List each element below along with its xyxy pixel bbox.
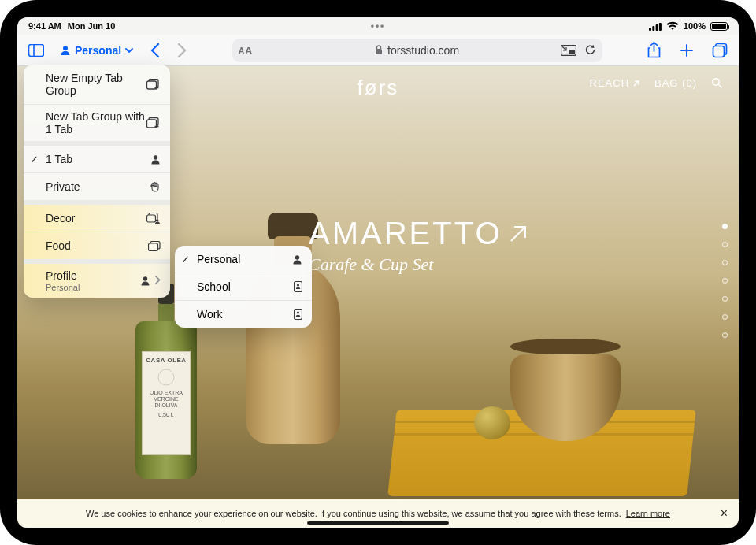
profile-option-label: School xyxy=(197,280,231,293)
profile-option-work[interactable]: Work xyxy=(175,301,312,328)
url-text: forsstudio.com xyxy=(387,44,459,57)
menu-new-empty-group[interactable]: New Empty Tab Group xyxy=(24,65,170,104)
lock-icon xyxy=(375,45,383,55)
bag-link[interactable]: BAG (0) xyxy=(654,77,697,89)
new-group-icon xyxy=(146,79,161,91)
svg-rect-23 xyxy=(147,215,156,222)
person-icon xyxy=(150,154,161,165)
hero-heading: AMARETTO xyxy=(309,216,502,251)
battery-icon xyxy=(710,22,728,31)
cell-signal-icon xyxy=(649,22,662,31)
menu-label: Profile xyxy=(46,269,77,282)
person-icon xyxy=(292,254,302,265)
svg-text:A: A xyxy=(239,46,244,55)
battery-percent: 100% xyxy=(684,21,706,31)
slide-dot-4[interactable] xyxy=(722,278,728,284)
svg-rect-4 xyxy=(29,44,44,56)
bottle-label: CASA OLEA OLIO EXTRA VERGINE DI OLIVA 0,… xyxy=(142,351,191,455)
status-bar: 9:41 AM Mon Jun 10 ••• 100% xyxy=(17,17,739,35)
tab-groups-menu: New Empty Tab Group New Tab Group with 1… xyxy=(24,65,170,298)
svg-rect-9 xyxy=(376,49,382,54)
page-settings-icon[interactable]: AA xyxy=(239,39,254,62)
cookie-text: We use cookies to enhance your experienc… xyxy=(86,509,621,518)
cookie-learn-more-link[interactable]: Learn more xyxy=(626,509,670,518)
slide-dot-6[interactable] xyxy=(722,314,728,320)
person-icon xyxy=(60,45,71,56)
slide-indicators[interactable] xyxy=(722,224,728,338)
share-button[interactable] xyxy=(643,39,665,61)
site-logo[interactable]: førs xyxy=(358,76,399,100)
reload-icon[interactable] xyxy=(584,44,596,56)
menu-private[interactable]: Private xyxy=(24,173,170,200)
svg-point-27 xyxy=(143,276,147,280)
browser-toolbar: Personal AA forsstudio.com xyxy=(17,35,739,66)
slide-dot-1[interactable] xyxy=(722,224,728,229)
svg-rect-31 xyxy=(295,310,302,320)
chevron-down-icon xyxy=(125,46,133,54)
status-time: 9:41 AM xyxy=(28,21,61,31)
badge-icon xyxy=(294,281,302,292)
svg-rect-2 xyxy=(655,24,658,31)
menu-label: 1 Tab xyxy=(46,153,72,165)
svg-rect-11 xyxy=(569,50,575,54)
svg-rect-29 xyxy=(295,282,302,292)
svg-rect-13 xyxy=(713,46,724,57)
svg-point-32 xyxy=(297,311,299,313)
svg-line-16 xyxy=(719,85,722,88)
status-date: Mon Jun 10 xyxy=(68,21,116,31)
profile-option-label: Work xyxy=(197,308,222,321)
profile-option-school[interactable]: School xyxy=(175,273,312,300)
menu-group-food[interactable]: Food xyxy=(24,232,170,259)
menu-label: Private xyxy=(46,180,80,193)
tab-group-shared-icon xyxy=(146,213,161,224)
tabs-overview-button[interactable] xyxy=(709,39,731,61)
profile-chip[interactable]: Personal xyxy=(55,42,138,59)
cup-graphic xyxy=(510,339,621,433)
wifi-icon xyxy=(666,21,679,31)
menu-new-group-with-tab[interactable]: New Tab Group with 1 Tab xyxy=(24,105,170,141)
slide-dot-3[interactable] xyxy=(722,260,728,265)
sidebar-toggle-icon[interactable] xyxy=(25,39,47,61)
profile-chip-label: Personal xyxy=(75,44,121,57)
screen: 9:41 AM Mon Jun 10 ••• 100% xyxy=(17,17,739,528)
checkmark-icon: ✓ xyxy=(30,154,39,165)
hand-icon xyxy=(150,181,161,193)
reach-label: REACH xyxy=(590,77,630,89)
forward-button[interactable] xyxy=(172,39,191,61)
back-button[interactable] xyxy=(146,39,165,61)
fruit-graphic xyxy=(474,406,510,439)
home-indicator[interactable] xyxy=(307,521,449,525)
reach-link[interactable]: REACH xyxy=(590,77,641,89)
arrow-ne-icon xyxy=(507,223,529,245)
hero-title[interactable]: AMARETTO Carafe & Cup Set xyxy=(309,216,529,275)
chevron-right-icon xyxy=(155,276,161,286)
svg-rect-0 xyxy=(649,28,651,31)
multitask-dots-icon[interactable]: ••• xyxy=(371,20,386,32)
address-bar[interactable]: AA forsstudio.com xyxy=(232,39,602,62)
menu-label: Decor xyxy=(46,212,75,224)
svg-point-6 xyxy=(63,46,68,50)
slide-dot-2[interactable] xyxy=(722,242,728,247)
svg-point-24 xyxy=(156,219,158,221)
ipad-device-frame: 9:41 AM Mon Jun 10 ••• 100% xyxy=(0,0,756,545)
cookie-close-button[interactable]: × xyxy=(721,506,728,521)
arrow-ne-icon xyxy=(632,80,640,87)
svg-point-21 xyxy=(154,155,158,159)
new-group-icon xyxy=(146,117,161,129)
svg-point-14 xyxy=(158,369,174,385)
slide-dot-5[interactable] xyxy=(722,296,728,302)
menu-group-decor[interactable]: Decor xyxy=(24,205,170,232)
pip-icon[interactable] xyxy=(561,45,576,56)
search-icon[interactable] xyxy=(711,77,723,89)
hero-subtitle: Carafe & Cup Set xyxy=(309,254,529,275)
badge-icon xyxy=(294,309,302,320)
menu-one-tab[interactable]: ✓ 1 Tab xyxy=(24,146,170,172)
svg-rect-1 xyxy=(652,26,654,31)
profile-option-personal[interactable]: ✓ Personal xyxy=(175,246,312,272)
menu-profile[interactable]: Profile Personal xyxy=(24,264,170,298)
new-tab-button[interactable] xyxy=(676,39,698,61)
slide-dot-7[interactable] xyxy=(722,332,728,338)
svg-rect-26 xyxy=(149,243,158,251)
svg-rect-3 xyxy=(659,23,662,31)
svg-text:A: A xyxy=(245,45,253,56)
